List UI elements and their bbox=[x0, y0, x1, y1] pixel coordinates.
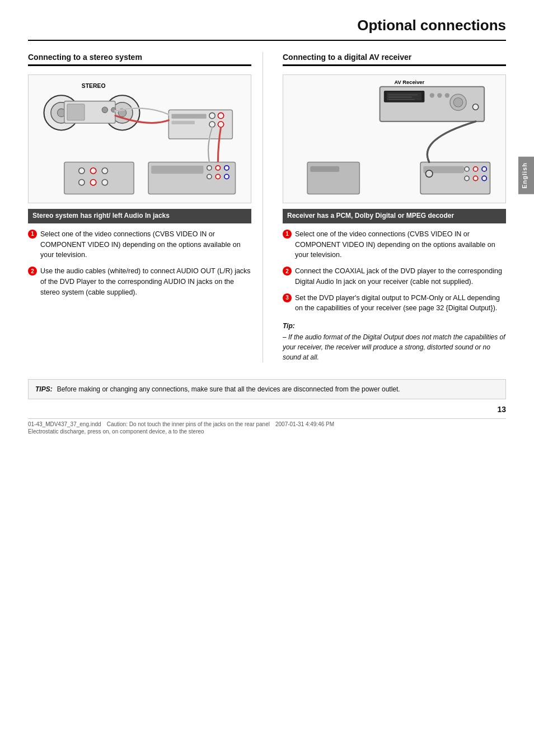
right-column: Connecting to a digital AV receiver AV R… bbox=[280, 52, 506, 362]
stereo-diagram: STEREO bbox=[28, 74, 251, 203]
svg-rect-8 bbox=[67, 104, 85, 120]
svg-point-23 bbox=[216, 174, 220, 179]
svg-point-27 bbox=[79, 168, 85, 174]
tip-section: Tip: – If the audio format of the Digita… bbox=[283, 322, 506, 362]
svg-point-44 bbox=[445, 93, 449, 97]
av-receiver-diagram: AV Receiver bbox=[283, 74, 506, 203]
tips-text: Before making or changing any connection… bbox=[57, 384, 400, 394]
svg-point-14 bbox=[209, 113, 215, 119]
svg-text:STEREO: STEREO bbox=[82, 83, 106, 89]
step-num-r3: 3 bbox=[283, 293, 292, 302]
tips-bar: TIPS: Before making or changing any conn… bbox=[28, 379, 506, 399]
footer: 01-43_MDV437_37_eng.indd Caution: Do not… bbox=[28, 418, 506, 427]
svg-point-29 bbox=[102, 168, 107, 174]
tips-label: TIPS: bbox=[35, 384, 53, 394]
right-step-3: 3 Set the DVD player's digital output to… bbox=[283, 293, 506, 314]
svg-rect-56 bbox=[310, 166, 339, 172]
svg-point-42 bbox=[430, 93, 434, 97]
svg-rect-13 bbox=[172, 121, 195, 124]
language-tab: English bbox=[518, 157, 534, 194]
right-section-title: Connecting to a digital AV receiver bbox=[283, 52, 506, 66]
svg-point-30 bbox=[79, 180, 85, 185]
footer-caution: Caution: Do not touch the inner pins of … bbox=[107, 421, 270, 427]
step-num-1: 1 bbox=[28, 230, 37, 239]
right-step-2-text: Connect the COAXIAL jack of the DVD play… bbox=[295, 266, 506, 287]
svg-point-21 bbox=[216, 166, 220, 170]
step-num-r2: 2 bbox=[283, 267, 292, 276]
left-section-title: Connecting to a stereo system bbox=[28, 52, 251, 66]
right-steps-list: 1 Select one of the video connections (C… bbox=[283, 229, 506, 314]
svg-point-32 bbox=[102, 180, 107, 185]
svg-point-16 bbox=[218, 113, 223, 119]
left-step-2: 2 Use the audio cables (white/red) to co… bbox=[28, 266, 251, 297]
svg-point-50 bbox=[465, 176, 469, 181]
svg-point-43 bbox=[437, 93, 442, 97]
main-content: Connecting to a stereo system STEREO bbox=[28, 52, 506, 362]
tip-text: – If the audio format of the Digital Out… bbox=[283, 332, 506, 362]
svg-point-28 bbox=[90, 168, 96, 174]
right-step-1-text: Select one of the video connections (CVB… bbox=[295, 229, 506, 260]
svg-point-24 bbox=[224, 166, 229, 170]
svg-point-51 bbox=[473, 176, 477, 181]
left-subtitle-box: Stereo system has right/ left Audio In j… bbox=[28, 209, 251, 223]
svg-point-22 bbox=[207, 174, 212, 179]
left-steps-list: 1 Select one of the video connections (C… bbox=[28, 229, 251, 298]
svg-rect-12 bbox=[172, 114, 207, 119]
svg-point-15 bbox=[209, 122, 215, 127]
right-step-2: 2 Connect the COAXIAL jack of the DVD pl… bbox=[283, 266, 506, 287]
left-step-1: 1 Select one of the video connections (C… bbox=[28, 229, 251, 260]
svg-point-52 bbox=[482, 167, 486, 171]
left-column: Connecting to a stereo system STEREO bbox=[28, 52, 263, 362]
svg-point-9 bbox=[102, 107, 107, 113]
svg-point-54 bbox=[425, 170, 432, 177]
page-number: 13 bbox=[28, 405, 506, 414]
svg-point-45 bbox=[472, 104, 478, 110]
svg-point-41 bbox=[453, 98, 463, 108]
svg-text:AV Receiver: AV Receiver bbox=[395, 80, 425, 85]
svg-point-20 bbox=[207, 166, 212, 170]
left-step-2-text: Use the audio cables (white/red) to conn… bbox=[40, 266, 251, 297]
footer-sub: Electrostatic discharge, press on, on co… bbox=[28, 427, 506, 435]
svg-point-25 bbox=[224, 174, 229, 179]
svg-rect-19 bbox=[151, 166, 203, 174]
step-num-r1: 1 bbox=[283, 230, 292, 239]
svg-point-53 bbox=[482, 176, 486, 181]
right-step-1: 1 Select one of the video connections (C… bbox=[283, 229, 506, 260]
svg-rect-26 bbox=[64, 162, 134, 194]
right-step-3-text: Set the DVD player's digital output to P… bbox=[295, 293, 506, 314]
page-title: Optional connections bbox=[28, 17, 506, 41]
footer-left: 01-43_MDV437_37_eng.indd bbox=[28, 421, 101, 427]
svg-point-48 bbox=[465, 167, 469, 171]
footer-right: 2007-01-31 4:49:46 PM bbox=[275, 421, 334, 427]
svg-point-49 bbox=[473, 167, 477, 171]
svg-point-17 bbox=[218, 122, 223, 127]
right-subtitle-box: Receiver has a PCM, Dolby Digital or MPE… bbox=[283, 209, 506, 223]
svg-point-31 bbox=[90, 180, 96, 185]
left-step-1-text: Select one of the video connections (CVB… bbox=[40, 229, 251, 260]
tip-title: Tip: bbox=[283, 322, 506, 330]
step-num-2: 2 bbox=[28, 267, 37, 276]
